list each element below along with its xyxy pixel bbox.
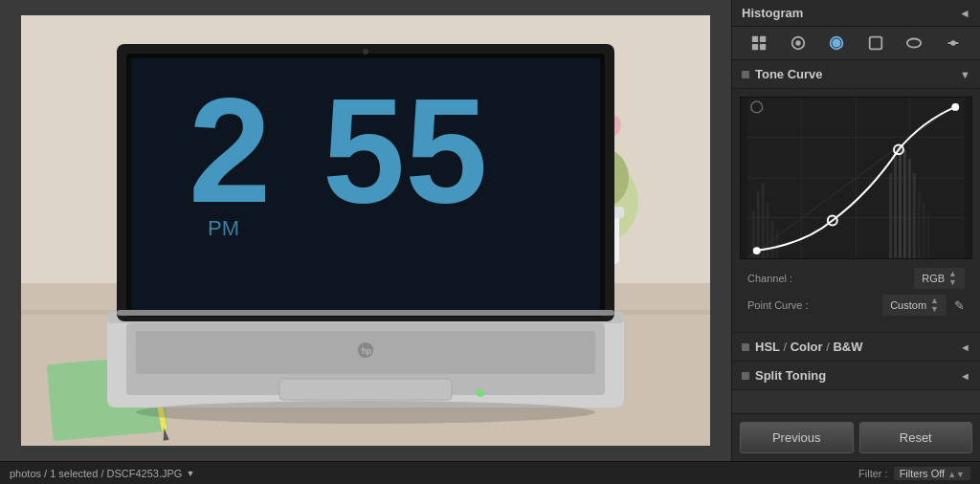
rect-select-icon[interactable] xyxy=(862,33,889,54)
point-curve-arrows: ▲▼ xyxy=(930,297,939,314)
svg-text:hp: hp xyxy=(362,346,371,356)
svg-rect-60 xyxy=(762,183,765,258)
svg-rect-46 xyxy=(869,37,881,50)
histogram-collapse-arrow: ◄ xyxy=(959,7,970,20)
filter-label: Filter : xyxy=(858,468,888,479)
split-toning-section-header[interactable]: Split Toning ◄ xyxy=(732,362,980,390)
photo-container: hp 2 55 PM xyxy=(21,15,710,446)
grid-view-icon[interactable] xyxy=(746,33,772,54)
svg-point-45 xyxy=(833,39,841,48)
panel-spacer xyxy=(732,390,980,413)
svg-rect-71 xyxy=(923,202,925,258)
filter-value[interactable]: Filters Off ▲▼ xyxy=(894,467,970,480)
channel-value[interactable]: RGB ▲▼ xyxy=(914,268,965,289)
svg-rect-25 xyxy=(279,379,452,400)
tone-curve-svg xyxy=(741,98,971,258)
split-toning-arrow: ◄ xyxy=(960,370,970,382)
point-curve-row: Point Curve : Custom ▲▼ ✎ xyxy=(747,292,965,319)
svg-rect-64 xyxy=(889,173,892,258)
tone-curve-header-left: Tone Curve xyxy=(742,67,823,81)
tone-curve-section-header[interactable]: Tone Curve ▼ xyxy=(732,60,980,89)
split-toning-toggle xyxy=(742,372,749,380)
svg-point-76 xyxy=(753,247,761,254)
svg-rect-39 xyxy=(760,36,766,42)
reset-button[interactable]: Reset xyxy=(859,422,973,453)
tone-curve-content: Channel : RGB ▲▼ Point Curve : Custom ▲▼ xyxy=(732,89,980,332)
tone-curve-title: Tone Curve xyxy=(755,67,823,81)
radial-filter-icon[interactable] xyxy=(901,33,927,54)
status-path: photos / 1 selected / DSCF4253.JPG xyxy=(10,468,182,479)
svg-rect-41 xyxy=(760,44,766,50)
path-dropdown-arrow[interactable]: ▼ xyxy=(186,469,194,478)
split-toning-header-left: Split Toning xyxy=(742,368,826,383)
heal-icon[interactable] xyxy=(823,33,850,54)
histogram-header[interactable]: Histogram ◄ xyxy=(732,0,980,27)
channel-row: Channel : RGB ▲▼ xyxy=(747,265,965,292)
svg-point-75 xyxy=(951,103,959,111)
edit-icon[interactable]: ✎ xyxy=(954,298,965,313)
split-toning-title: Split Toning xyxy=(755,368,826,383)
photo-area: hp 2 55 PM xyxy=(0,0,731,461)
svg-point-28 xyxy=(477,389,484,397)
crop-icon[interactable] xyxy=(785,33,812,54)
svg-rect-62 xyxy=(771,220,774,258)
svg-rect-68 xyxy=(908,159,911,258)
toolbar-row xyxy=(732,27,980,60)
svg-rect-70 xyxy=(918,192,921,258)
point-curve-value[interactable]: Custom ▲▼ xyxy=(882,295,947,316)
previous-button[interactable]: Previous xyxy=(740,422,854,453)
hsl-arrow: ◄ xyxy=(960,341,970,353)
svg-rect-72 xyxy=(927,211,930,258)
right-panel: Histogram ◄ xyxy=(731,0,980,461)
svg-text:PM: PM xyxy=(208,216,239,240)
svg-point-32 xyxy=(363,49,368,55)
hsl-title: HSL / Color / B&W xyxy=(755,340,862,354)
channel-arrows: ▲▼ xyxy=(948,270,957,287)
svg-rect-66 xyxy=(899,144,902,258)
svg-point-49 xyxy=(950,40,955,45)
laptop-image: hp 2 55 PM xyxy=(21,15,710,446)
tone-curve-arrow: ▼ xyxy=(960,69,970,80)
svg-point-47 xyxy=(907,39,921,48)
svg-rect-36 xyxy=(117,310,614,316)
hsl-toggle xyxy=(742,343,749,351)
svg-point-43 xyxy=(795,40,800,45)
svg-rect-40 xyxy=(752,44,758,50)
adjustment-brush-icon[interactable] xyxy=(940,33,967,54)
hsl-section-header[interactable]: HSL / Color / B&W ◄ xyxy=(732,332,980,362)
status-left: photos / 1 selected / DSCF4253.JPG ▼ xyxy=(10,468,194,479)
svg-rect-65 xyxy=(894,154,897,258)
status-bar: photos / 1 selected / DSCF4253.JPG ▼ Fil… xyxy=(0,461,980,484)
svg-text:2: 2 xyxy=(189,68,271,233)
histogram-title: Histogram xyxy=(742,6,803,20)
svg-rect-69 xyxy=(913,173,916,258)
svg-text:55: 55 xyxy=(323,68,487,233)
svg-rect-38 xyxy=(752,36,758,42)
svg-point-37 xyxy=(136,401,595,424)
point-curve-label: Point Curve : xyxy=(747,299,809,311)
tone-curve-canvas[interactable] xyxy=(740,97,972,259)
hsl-header-left: HSL / Color / B&W xyxy=(742,340,862,354)
tone-curve-toggle xyxy=(742,71,749,78)
status-right: Filter : Filters Off ▲▼ xyxy=(858,467,970,480)
svg-rect-67 xyxy=(903,149,906,258)
svg-rect-63 xyxy=(776,230,779,258)
curve-controls: Channel : RGB ▲▼ Point Curve : Custom ▲▼ xyxy=(740,259,972,324)
channel-label: Channel : xyxy=(747,273,792,284)
bottom-buttons: Previous Reset xyxy=(732,413,980,461)
